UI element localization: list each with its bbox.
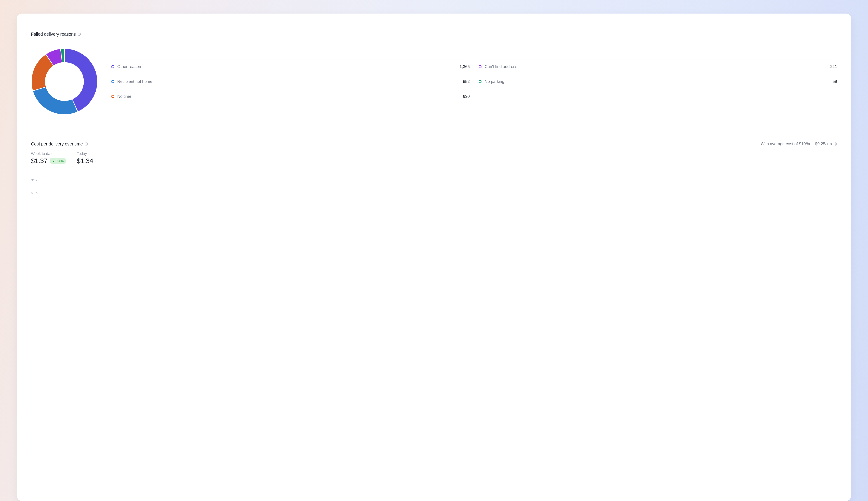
- cost-formula-text: With average cost of $10/hr + $0.25/km: [761, 142, 832, 146]
- legend-swatch-icon: [479, 80, 481, 83]
- legend-column-left: Other reason1,365Recipient not home852No…: [112, 59, 470, 104]
- cost-title-row: Cost per delivery over time: [31, 141, 88, 147]
- legend-value: 59: [833, 79, 837, 84]
- legend-label: Recipient not home: [117, 79, 152, 84]
- info-icon[interactable]: [834, 142, 837, 146]
- cost-stats: Week to date $1.37 0.4% Today $1.34: [31, 151, 837, 165]
- svg-point-2: [79, 33, 80, 34]
- stat-today-value: $1.34: [77, 157, 93, 165]
- legend-swatch-icon: [112, 95, 114, 98]
- y-tick: $1.7: [31, 174, 837, 186]
- failed-delivery-legend: Other reason1,365Recipient not home852No…: [112, 59, 837, 104]
- legend-label: No time: [117, 94, 131, 99]
- failed-delivery-title: Failed delivery reasons: [31, 32, 76, 37]
- y-tick-label: $1.7: [31, 178, 38, 182]
- legend-value: 852: [463, 79, 470, 84]
- failed-delivery-body: Other reason1,365Recipient not home852No…: [31, 48, 837, 115]
- y-tick: $1.6: [31, 186, 837, 199]
- legend-label: Can't find address: [485, 64, 517, 69]
- y-tick-gridline: [41, 180, 837, 180]
- legend-row: No time630: [112, 89, 470, 104]
- legend-row: Can't find address241: [479, 59, 837, 74]
- stat-wtd-label: Week to date: [31, 151, 66, 156]
- legend-value: 630: [463, 94, 470, 99]
- cost-chart-y-axis: $1.7$1.6: [31, 174, 837, 199]
- cost-header: Cost per delivery over time With average…: [31, 141, 837, 147]
- stat-week-to-date: Week to date $1.37 0.4%: [31, 151, 66, 165]
- failed-delivery-donut-chart: [31, 48, 98, 115]
- legend-swatch-icon: [112, 80, 114, 83]
- legend-column-right: Can't find address241No parking59: [479, 59, 837, 104]
- legend-value: 1,365: [460, 64, 470, 69]
- cost-formula-row: With average cost of $10/hr + $0.25/km: [761, 142, 837, 146]
- stat-wtd-value: $1.37: [31, 157, 48, 165]
- legend-row: Other reason1,365: [112, 59, 470, 74]
- legend-value: 241: [830, 64, 837, 69]
- y-tick-label: $1.6: [31, 191, 38, 195]
- legend-swatch-icon: [479, 65, 481, 68]
- legend-label: No parking: [485, 79, 504, 84]
- legend-row: No parking59: [479, 74, 837, 89]
- y-tick-gridline: [41, 193, 837, 193]
- legend-swatch-icon: [112, 65, 114, 68]
- cost-title: Cost per delivery over time: [31, 141, 83, 147]
- legend-row: Recipient not home852: [112, 74, 470, 89]
- legend-label: Other reason: [117, 64, 141, 69]
- donut-slice: [33, 87, 77, 114]
- svg-point-8: [835, 143, 836, 144]
- delta-badge: 0.4%: [50, 158, 66, 164]
- info-icon[interactable]: [85, 142, 88, 146]
- info-icon[interactable]: [77, 33, 81, 36]
- donut-slice: [32, 55, 53, 90]
- stat-today-label: Today: [77, 151, 93, 156]
- stat-today: Today $1.34: [77, 151, 93, 165]
- svg-point-5: [86, 143, 86, 144]
- delta-text: 0.4%: [56, 159, 63, 163]
- failed-delivery-title-row: Failed delivery reasons: [31, 32, 837, 37]
- arrow-down-right-icon: [52, 159, 55, 162]
- dashboard-card: Failed delivery reasons Other reason1,36…: [17, 13, 851, 501]
